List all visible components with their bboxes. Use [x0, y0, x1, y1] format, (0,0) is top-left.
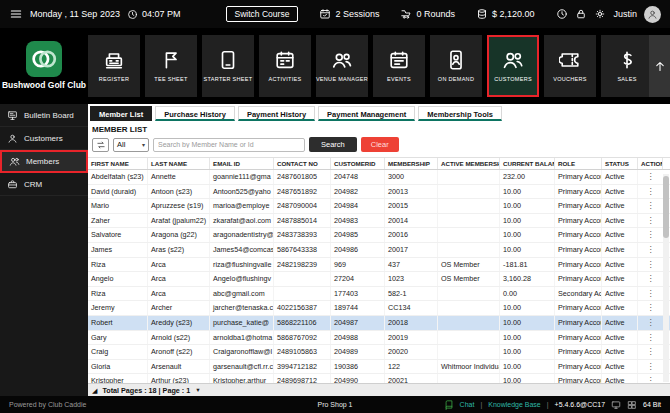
- cell-first-name: Craig: [88, 345, 148, 359]
- row-actions-icon[interactable]: ⋮: [647, 274, 655, 283]
- table-row[interactable]: Abdelfatah (s23)Annettegoannie111@gma248…: [88, 170, 670, 185]
- ribbon-tab-label: ON DEMAND: [436, 76, 476, 83]
- table-row[interactable]: GaryArnold (s22)arnoldba1@hotma586876709…: [88, 331, 670, 346]
- column-header-membership[interactable]: MEMBERSHIP: [385, 158, 438, 169]
- column-header-first-name[interactable]: FIRST NAME: [88, 158, 148, 169]
- column-header-role[interactable]: ROLE: [555, 158, 602, 169]
- knowledge-base-link[interactable]: Knowledge Base: [488, 401, 541, 408]
- table-row[interactable]: RizaArcariza@flushingvalle24821982399694…: [88, 258, 670, 273]
- row-actions-icon[interactable]: ⋮: [647, 376, 655, 383]
- avatar[interactable]: [644, 6, 661, 23]
- column-header-email-id[interactable]: EMAIL ID: [210, 158, 274, 169]
- balance-indicator[interactable]: $ 2,120.00: [476, 8, 535, 20]
- row-actions-icon[interactable]: ⋮: [647, 333, 655, 342]
- cell-customerid: 190386: [331, 360, 385, 374]
- row-actions-icon[interactable]: ⋮: [647, 245, 655, 254]
- register-icon: [103, 49, 125, 71]
- terminal-label: Pro Shop 1: [317, 401, 352, 408]
- table-row[interactable]: MarioApruzzese (s19)marioa@employe248709…: [88, 199, 670, 214]
- cell-last-name: Arca: [148, 272, 210, 286]
- column-header-last-name[interactable]: LAST NAME: [148, 158, 210, 169]
- sidebar-item-bulletin-board[interactable]: Bulletin Board: [0, 104, 88, 127]
- table-row[interactable]: JeremyArcherjarcher@tenaska.c40221563871…: [88, 301, 670, 316]
- row-actions-icon[interactable]: ⋮: [647, 362, 655, 371]
- cell-first-name: Gary: [88, 331, 148, 345]
- column-header-active-membership[interactable]: ACTIVE MEMBERSHIP: [438, 158, 500, 169]
- ribbon-tab-events[interactable]: EVENTS: [373, 35, 425, 97]
- column-header-status[interactable]: STATUS: [602, 158, 638, 169]
- table-row[interactable]: RizaArcaabc@gmail.com177403582-10.00Seco…: [88, 287, 670, 302]
- row-actions-icon[interactable]: ⋮: [647, 216, 655, 225]
- table-row[interactable]: AngeloArcaAngelo@flushingv272041023OS Me…: [88, 272, 670, 287]
- rounds-indicator[interactable]: 0 Rounds: [400, 8, 455, 20]
- chat-link[interactable]: Chat: [460, 401, 475, 408]
- search-button[interactable]: Search: [309, 137, 357, 152]
- filter-dropdown[interactable]: All ▾: [113, 138, 149, 152]
- cell-role: Primary Account: [555, 258, 602, 272]
- sidebar-item-label: Bulletin Board: [24, 111, 74, 120]
- table-row[interactable]: GloriaArsenaultgarsenault@cfl.rr.c399471…: [88, 360, 670, 375]
- cell-email-id: Antoon525@yaho: [210, 185, 274, 199]
- column-header-contact-no[interactable]: CONTACT NO: [274, 158, 331, 169]
- cell-customerid: 177403: [331, 287, 385, 301]
- refresh-button[interactable]: [92, 138, 109, 152]
- ribbon-tab-customers[interactable]: CUSTOMERS: [487, 35, 539, 97]
- tab-payment-history[interactable]: Payment History: [238, 106, 315, 121]
- tab-membership-tools[interactable]: Membership Tools: [418, 106, 502, 121]
- column-header-current-balance[interactable]: CURRENT BALANCE: [500, 158, 555, 169]
- cell-action: ⋮: [638, 301, 663, 315]
- ribbon-tab-starter-sheet[interactable]: STARTER SHEET: [202, 35, 254, 97]
- sidebar-nav: Bulletin BoardCustomersMembersCRM: [0, 104, 88, 396]
- table-scrollbar[interactable]: [663, 174, 669, 382]
- sidebar-item-crm[interactable]: CRM: [0, 173, 88, 196]
- cell-last-name: Aronoff (s22): [148, 345, 210, 359]
- tab-purchase-history[interactable]: Purchase History: [155, 106, 235, 121]
- row-actions-icon[interactable]: ⋮: [647, 289, 655, 298]
- column-header-action[interactable]: ACTION: [638, 158, 663, 169]
- ribbon-tab-venue-manager[interactable]: VENUE MANAGER: [316, 35, 368, 97]
- row-actions-icon[interactable]: ⋮: [647, 201, 655, 210]
- table-row[interactable]: CraigAronoff (s22)Craigaronofflaw@l24891…: [88, 345, 670, 360]
- column-header-customerid[interactable]: CUSTOMERID: [331, 158, 385, 169]
- table-row[interactable]: KristopherArthur (s23)Kristopher.arthur2…: [88, 374, 670, 383]
- ribbon-tab-on-demand[interactable]: ON DEMAND: [430, 35, 482, 97]
- history-icon[interactable]: [556, 8, 568, 20]
- row-actions-icon[interactable]: ⋮: [647, 318, 655, 327]
- row-actions-icon[interactable]: ⋮: [647, 347, 655, 356]
- lock-icon[interactable]: [575, 8, 587, 20]
- tab-member-list[interactable]: Member List: [90, 106, 152, 121]
- search-input[interactable]: [153, 138, 305, 152]
- ribbon-tab-tee-sheet[interactable]: TEE SHEET: [145, 35, 197, 97]
- row-actions-icon[interactable]: ⋮: [647, 230, 655, 239]
- ribbon-tab-register[interactable]: REGISTER: [88, 35, 140, 97]
- table-row[interactable]: ZaherArafat (jpalum22)zkarafat@aol.com24…: [88, 214, 670, 229]
- clear-button[interactable]: Clear: [361, 137, 399, 152]
- cell-contact-no: 2487601805: [274, 170, 331, 184]
- cell-first-name: David (duraid): [88, 185, 148, 199]
- scrollbar-thumb[interactable]: [663, 176, 669, 238]
- cell-membership: 20014: [385, 214, 438, 228]
- page-dropdown-icon[interactable]: ▼: [195, 387, 200, 393]
- ribbon-tab-sales[interactable]: SALES: [601, 35, 653, 97]
- sidebar-item-members[interactable]: Members: [0, 150, 88, 173]
- menu-icon[interactable]: [9, 7, 23, 21]
- row-actions-icon[interactable]: ⋮: [647, 172, 655, 181]
- row-actions-icon[interactable]: ⋮: [647, 187, 655, 196]
- table-row[interactable]: David (duraid)Antoon (s23)Antoon525@yaho…: [88, 185, 670, 200]
- collapse-ribbon-button[interactable]: [649, 35, 670, 97]
- row-actions-icon[interactable]: ⋮: [647, 303, 655, 312]
- gear-icon[interactable]: [594, 8, 606, 20]
- cell-contact-no: 5867643338: [274, 243, 331, 257]
- table-row[interactable]: SalvatoreAragona (g22)aragonadentistry@2…: [88, 228, 670, 243]
- table-row[interactable]: RobertAreddy (s23)purchase_katie@5868221…: [88, 316, 670, 331]
- row-actions-icon[interactable]: ⋮: [647, 260, 655, 269]
- switch-course-button[interactable]: Switch Course: [226, 6, 299, 22]
- table-row[interactable]: JamesAras (s22)James54@comcas58676433382…: [88, 243, 670, 258]
- sessions-indicator[interactable]: 2 Sessions: [319, 8, 379, 20]
- tab-payment-management[interactable]: Payment Management: [318, 106, 415, 121]
- ribbon-tab-activities[interactable]: ACTIVITIES: [259, 35, 311, 97]
- sidebar-item-customers[interactable]: Customers: [0, 127, 88, 150]
- ribbon-tab-vouchers[interactable]: VOUCHERS: [544, 35, 596, 97]
- cell-action: ⋮: [638, 272, 663, 286]
- expand-pagination-icon[interactable]: ◢: [92, 387, 97, 394]
